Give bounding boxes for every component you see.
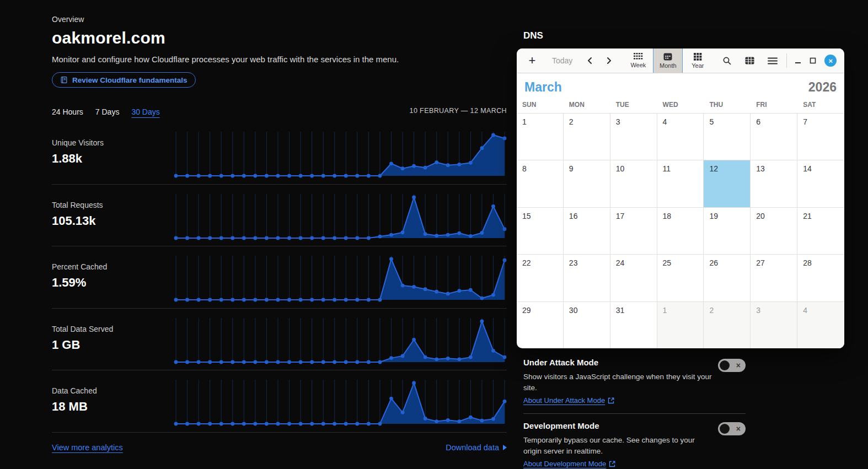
calendar-day[interactable]: 10 (610, 160, 657, 207)
metric-info: Unique Visitors1.88k (52, 122, 173, 184)
maximize-icon[interactable] (810, 57, 816, 64)
view-button-month[interactable]: Month (653, 48, 683, 73)
metric-chart (174, 131, 507, 179)
calendar-day-next-month[interactable]: 1 (657, 301, 704, 348)
week-grid-icon (634, 53, 643, 60)
month-grid-icon (663, 53, 672, 61)
about-development-mode-link[interactable]: About Development Mode (523, 460, 615, 468)
about-under-attack-mode-link[interactable]: About Under Attack Mode (523, 396, 614, 405)
setting-title: Under Attack Mode (523, 358, 746, 367)
calendar-day[interactable]: 4 (657, 113, 704, 160)
calendar-day[interactable]: 8 (517, 160, 564, 207)
calendar-day[interactable]: 15 (517, 207, 564, 254)
calendar-month-label: March (524, 80, 562, 95)
tab-30-days[interactable]: 30 Days (131, 107, 159, 116)
book-icon (60, 76, 68, 84)
weekday-mon: MON (564, 101, 610, 113)
setting-link-label: About Development Mode (523, 460, 606, 468)
new-event-button[interactable]: + (526, 53, 539, 68)
year-grid-icon (694, 53, 702, 61)
analytics-footer: View more analytics Download data (52, 433, 507, 462)
triangle-right-icon (503, 445, 507, 450)
setting-link-label: About Under Attack Mode (523, 396, 605, 405)
calendar-day[interactable]: 13 (751, 160, 797, 207)
toggle-knob (720, 360, 730, 370)
weekday-tue: TUE (610, 101, 657, 113)
external-link-icon (609, 461, 615, 467)
toggle-under-attack-mode[interactable]: × (718, 359, 746, 372)
metric-label: Total Requests (52, 201, 173, 209)
calendar-day[interactable]: 22 (517, 254, 564, 301)
cloudflare-overview-page: { "header": { "eyebrow": "Overview", "do… (0, 0, 868, 469)
calendar-day[interactable]: 17 (610, 207, 657, 254)
external-link-icon (608, 397, 614, 404)
toolbar-icons (722, 56, 778, 66)
tab-7-days[interactable]: 7 Days (95, 107, 120, 116)
toggle-development-mode[interactable]: × (718, 422, 746, 435)
metric-value: 1.88k (52, 152, 173, 166)
sparkline-chart (174, 379, 507, 427)
calendar-day[interactable]: 11 (657, 160, 704, 207)
setting-title: Development Mode (523, 421, 746, 430)
hamburger-menu-icon[interactable] (768, 57, 778, 64)
tab-24-hours[interactable]: 24 Hours (52, 107, 83, 116)
calendar-day[interactable]: 7 (797, 113, 844, 160)
calendar-day-next-month[interactable]: 2 (704, 301, 751, 348)
view-button-week[interactable]: Week (623, 48, 653, 73)
calendar-day-selected[interactable]: 12 (704, 160, 751, 207)
calendar-day[interactable]: 28 (797, 254, 844, 301)
calendar-day[interactable]: 24 (610, 254, 657, 301)
weekday-wed: WED (657, 101, 704, 113)
setting-development-mode: Development Mode×Temporarily bypass our … (523, 413, 746, 469)
calendar-day[interactable]: 29 (517, 301, 564, 348)
metric-label: Total Data Served (52, 325, 173, 333)
metric-label: Data Cached (52, 386, 173, 395)
metric-label: Percent Cached (52, 262, 173, 271)
review-fundamentals-button[interactable]: Review Cloudflare fundamentals (52, 72, 196, 88)
calendar-day[interactable]: 20 (751, 207, 797, 254)
weekday-fri: FRI (751, 101, 797, 113)
calendar-day[interactable]: 6 (751, 113, 797, 160)
calendar-day[interactable]: 26 (704, 254, 751, 301)
calendar-day[interactable]: 31 (610, 301, 657, 348)
calendar-day-next-month[interactable]: 4 (797, 301, 844, 348)
view-more-analytics-link[interactable]: View more analytics (52, 443, 123, 452)
calendar-day-next-month[interactable]: 3 (751, 301, 797, 348)
search-icon[interactable] (722, 56, 732, 66)
download-data-link[interactable]: Download data (446, 443, 507, 452)
minimize-icon[interactable] (795, 57, 801, 64)
calendar-day[interactable]: 3 (610, 113, 657, 160)
view-button-label: Week (630, 62, 646, 68)
calendar-day[interactable]: 2 (564, 113, 610, 160)
calendar-day[interactable]: 25 (657, 254, 704, 301)
calendar-day[interactable]: 14 (797, 160, 844, 207)
calendar-day[interactable]: 16 (564, 207, 610, 254)
metric-value: 18 MB (52, 400, 173, 414)
chevron-right-icon[interactable] (606, 57, 612, 64)
calendar-day[interactable]: 9 (564, 160, 610, 207)
metric-row-data-cached: Data Cached18 MB (52, 370, 507, 433)
metric-info: Total Requests105.13k (52, 185, 173, 246)
calendar-day[interactable]: 5 (704, 113, 751, 160)
toolbar-separator (786, 53, 787, 68)
tabs-host: 24 Hours7 Days30 Days (52, 107, 160, 116)
metric-info: Data Cached18 MB (52, 370, 173, 432)
calendar-day[interactable]: 30 (564, 301, 610, 348)
today-button[interactable]: Today (552, 56, 572, 65)
calendar-toolbar: + Today WeekMonthYear (517, 48, 844, 73)
calendar-day[interactable]: 27 (751, 254, 797, 301)
view-switcher: WeekMonthYear (623, 48, 712, 73)
close-icon[interactable]: × (824, 55, 837, 67)
calendar-day[interactable]: 18 (657, 207, 704, 254)
calendar-day[interactable]: 23 (564, 254, 610, 301)
view-button-year[interactable]: Year (683, 48, 712, 73)
toggle-knob (720, 424, 730, 434)
chevron-left-icon[interactable] (587, 57, 593, 64)
calendar-day[interactable]: 21 (797, 207, 844, 254)
calendar-grid: 1234567891011121314151617181920212223242… (517, 113, 844, 348)
table-icon[interactable] (745, 57, 754, 64)
calendar-day[interactable]: 19 (704, 207, 751, 254)
calendar-day[interactable]: 1 (517, 113, 564, 160)
sparkline-chart (174, 255, 507, 303)
toggle-off-x-icon: × (736, 360, 741, 370)
